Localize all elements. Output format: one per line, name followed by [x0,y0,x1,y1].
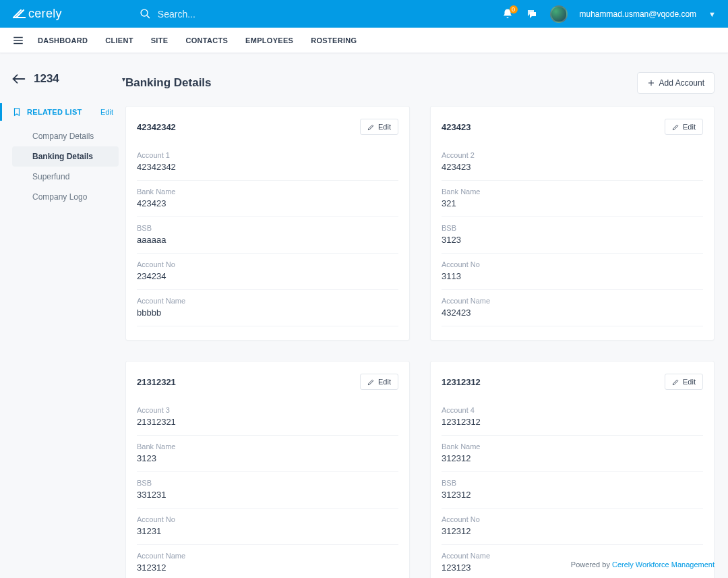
field-value: 312312 [137,562,398,573]
field-value: 321 [442,198,703,208]
field-label: BSB [442,224,703,232]
account-title: 21312321 [137,377,176,387]
field-account-number: Account 142342342 [137,144,398,181]
related-list-header: RELATED LIST Edit [0,103,125,121]
account-title: 12312312 [442,377,481,387]
field-label: Bank Name [137,442,398,451]
main-content: Banking Details Add Account 42342342Edit… [125,53,728,578]
field-bank-name: Bank Name312312 [442,436,703,472]
notifications-button[interactable]: 0 [502,8,514,20]
field-account-name: Account Namebbbbb [137,290,398,326]
field-bank-name: Bank Name3123 [137,436,398,472]
topbar-right: 0 muhammad.usman@vqode.com ▼ [502,5,716,23]
related-list-edit[interactable]: Edit [100,108,113,116]
field-account-no: Account No31231 [137,509,398,545]
global-search[interactable] [140,8,502,20]
topbar: cerely 0 muhammad.usman@vqode.com ▼ [0,0,728,28]
field-account-name: Account Name432423 [442,290,703,326]
field-value: 423423 [137,198,398,208]
nav-tab-site[interactable]: SITE [151,36,169,45]
footer-prefix: Powered by [571,560,612,569]
edit-account-button[interactable]: Edit [360,374,398,390]
field-label: Account 2 [442,151,703,159]
field-value: 12312312 [442,417,703,427]
edit-account-button[interactable]: Edit [665,119,703,135]
field-account-name: Account Name312312 [137,545,398,578]
field-value: 3123 [137,453,398,463]
field-label: Bank Name [442,187,703,196]
search-icon [140,8,151,20]
nav-tab-rostering[interactable]: ROSTERING [311,36,357,45]
add-account-button[interactable]: Add Account [637,72,715,94]
field-label: Account Name [442,552,703,560]
avatar[interactable] [550,5,568,23]
edit-label: Edit [378,123,391,131]
field-label: Account Name [137,297,398,305]
edit-label: Edit [683,123,696,131]
edit-label: Edit [378,378,391,386]
sidebar-item-superfund[interactable]: Superfund [12,167,119,187]
chat-icon[interactable] [526,8,538,20]
pencil-icon [672,123,679,131]
field-bank-name: Bank Name321 [442,181,703,217]
sidebar-item-company-details[interactable]: Company Details [12,126,119,146]
nav-tab-client[interactable]: CLIENT [105,36,133,45]
page-title: Banking Details [125,76,212,90]
field-value: 331231 [137,490,398,500]
field-account-number: Account 412312312 [442,399,703,436]
search-input[interactable] [158,9,293,20]
field-value: aaaaaa [137,235,398,245]
user-menu-caret[interactable]: ▼ [708,10,716,18]
field-value: bbbbb [137,308,398,318]
sidebar-item-banking-details[interactable]: Banking Details [12,146,119,167]
field-label: Account No [442,515,703,523]
edit-label: Edit [683,378,696,386]
nav-tab-dashboard[interactable]: DASHBOARD [38,36,88,45]
footer: Powered by Cerely Workforce Management [571,560,715,569]
bookmark-icon [12,107,22,117]
field-value: 3123 [442,235,703,245]
field-label: Bank Name [442,442,703,451]
field-label: BSB [442,479,703,487]
brand-logo[interactable]: cerely [12,7,62,21]
field-value: 21312321 [137,417,398,427]
field-label: Account No [137,260,398,268]
related-list-label: RELATED LIST [27,108,100,116]
field-account-number: Account 321312321 [137,399,398,436]
field-bsb: BSBaaaaaa [137,217,398,254]
field-label: BSB [137,224,398,232]
account-card: 42342342EditAccount 142342342Bank Name42… [125,106,410,341]
entity-id: 1234 [34,72,114,86]
plus-icon [647,79,655,87]
hamburger-icon[interactable] [12,34,24,47]
back-arrow-icon[interactable] [12,74,26,84]
pencil-icon [367,378,375,386]
field-bank-name: Bank Name423423 [137,181,398,217]
field-label: Account No [442,260,703,268]
field-value: 423423 [442,162,703,172]
field-value: 234234 [137,271,398,281]
footer-link[interactable]: Cerely Workforce Management [612,560,715,569]
nav-tab-contacts[interactable]: CONTACTS [185,36,228,45]
field-account-number: Account 2423423 [442,144,703,181]
field-bsb: BSB331231 [137,472,398,509]
field-value: 312312 [442,490,703,500]
account-card: 12312312EditAccount 412312312Bank Name31… [430,361,715,578]
field-value: 432423 [442,308,703,318]
pencil-icon [367,123,375,131]
notification-badge: 0 [510,5,518,13]
field-label: Account 3 [137,406,398,414]
sidebar: 1234 ▾ RELATED LIST Edit Company Details… [0,53,125,578]
field-bsb: BSB312312 [442,472,703,509]
sidebar-item-company-logo[interactable]: Company Logo [12,187,119,207]
svg-line-1 [147,16,150,18]
add-account-label: Add Account [659,78,704,88]
edit-account-button[interactable]: Edit [360,119,398,135]
nav-tab-employees[interactable]: EMPLOYEES [245,36,293,45]
field-account-no: Account No3113 [442,254,703,290]
field-label: Account No [137,515,398,523]
field-value: 312312 [442,526,703,536]
field-account-no: Account No312312 [442,509,703,545]
field-value: 31231 [137,526,398,536]
edit-account-button[interactable]: Edit [665,374,703,390]
